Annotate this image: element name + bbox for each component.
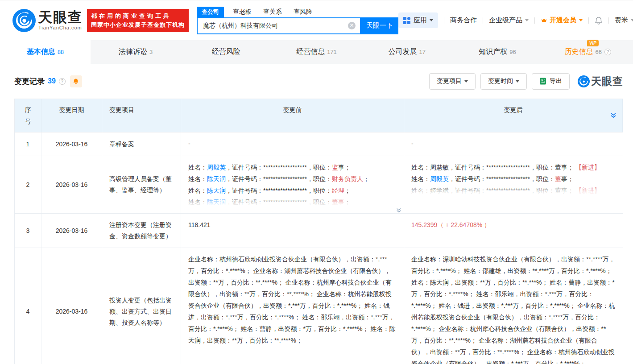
change-entry: - [411, 138, 616, 149]
diff-text: 董 [555, 175, 561, 182]
person-link[interactable]: 陈天润 [207, 175, 226, 182]
change-entry: 118.421 [188, 219, 397, 231]
change-entry: 145.2399（ + 22.64708% ） [411, 219, 616, 231]
change-entry: 姓名：周毅英，证件号码：******************，职位：董事； [411, 173, 616, 185]
content: 变更记录 39 ? 变更项目 变更时间 [0, 64, 633, 364]
expand-row-icon[interactable] [396, 207, 402, 213]
cell-no: 2 [15, 156, 41, 213]
filter-change-item-button[interactable]: 变更项目 [429, 73, 476, 90]
apps-grid-icon [403, 17, 410, 24]
company-tab[interactable]: 公司发展17 [362, 40, 452, 64]
search-button[interactable]: 天眼一下 [361, 17, 398, 34]
column-header: 变更项目 [102, 99, 181, 132]
person-link[interactable]: 陈天润 [207, 187, 226, 194]
text: ； [344, 187, 351, 194]
bell-icon [595, 17, 603, 25]
help-icon[interactable]: ? [604, 49, 611, 55]
tianyancha-logo[interactable]: 天眼查 TianYanCha.com [12, 9, 83, 32]
caret-down-icon [430, 19, 433, 21]
cell-no: 3 [15, 214, 41, 248]
tab-label: 公司发展 [389, 47, 417, 57]
diff-text: 董事 [332, 199, 344, 206]
cell-after: 姓名：周慧敏，证件号码：******************，职位：董事； 【新… [404, 156, 623, 213]
cell-no: 4 [15, 248, 41, 364]
tab-count: 17 [419, 49, 426, 55]
crown-icon [541, 17, 547, 24]
section-count: 39 [48, 77, 56, 85]
change-records-table: 序号变更日期变更项目变更前变更后 12026-03-16章程备案--22026-… [14, 99, 623, 364]
open-vip-link[interactable]: 开通会员 [541, 16, 583, 25]
text: ，证件号码：******************，职位： [226, 175, 332, 182]
search-tab[interactable]: 查关系 [263, 7, 282, 17]
change-entry: 姓名：姬学斌，证件号码：******************，职位：董事； 【新… [411, 185, 616, 196]
company-tab[interactable]: 历史信息66VIP? [542, 40, 633, 64]
nav-enterprise[interactable]: 企业级产品 [489, 16, 529, 25]
tab-count: 3 [149, 49, 153, 55]
company-tab[interactable]: 基本信息88 [0, 40, 91, 64]
cell-no: 1 [15, 132, 41, 156]
divider [483, 17, 483, 24]
change-entry: 企业名称：深圳哈勃科技投资合伙企业（有限合伙），出资额：**.****万，百分比… [411, 253, 616, 364]
company-tab[interactable]: 经营信息171 [271, 40, 362, 64]
table-row: 32026-03-16注册资本变更（注册资金、资金数额等变更）118.42114… [15, 214, 623, 248]
help-icon[interactable]: ? [59, 78, 66, 85]
cell-after: - [404, 132, 623, 156]
company-tab[interactable]: 法律诉讼3 [91, 40, 181, 64]
filter-change-time-label: 变更时间 [488, 77, 513, 85]
watermark-logo: 天眼查 [578, 74, 623, 88]
column-header: 变更前 [181, 99, 404, 132]
filter-change-time-button[interactable]: 变更时间 [480, 73, 527, 90]
excel-icon [539, 78, 546, 85]
notifications-bell[interactable] [595, 17, 603, 25]
search-tab[interactable]: 查老板 [233, 7, 252, 17]
column-header: 变更后 [404, 99, 623, 132]
clear-icon[interactable]: ✕ [348, 22, 356, 29]
person-link[interactable]: 周毅英 [430, 175, 449, 182]
tab-label: 历史信息 [564, 47, 593, 57]
bell-icon [73, 78, 79, 84]
top-header: 天眼查 TianYanCha.com 都在用的商业查询工具 国家中小企业发展子基… [0, 0, 633, 40]
page: 天眼查 TianYanCha.com 都在用的商业查询工具 国家中小企业发展子基… [0, 0, 633, 364]
search-tab[interactable]: 查公司 [197, 7, 224, 17]
user-menu[interactable]: 费米 [615, 16, 633, 25]
subscribe-bell-button[interactable] [70, 75, 82, 87]
apps-menu[interactable]: 应用 [398, 12, 438, 28]
tab-label: 基本信息 [27, 47, 55, 57]
cell-change-item: 注册资本变更（注册资金、资金数额等变更） [102, 214, 181, 248]
table-body: 12026-03-16章程备案--22026-03-16高级管理人员备案（董事、… [15, 132, 623, 364]
person-link[interactable]: 周毅英 [207, 164, 226, 171]
text: 姓名： [188, 187, 207, 194]
divider [608, 17, 609, 24]
text: 118.421 [188, 221, 211, 228]
apps-label: 应用 [414, 16, 427, 25]
filter-change-item-label: 变更项目 [437, 77, 462, 85]
cell-date: 2026-03-16 [41, 132, 102, 156]
collapse-all-icon[interactable] [610, 112, 617, 119]
change-entry: 姓名：周毅英，证件号码：******************，职位：监事； [188, 161, 397, 173]
change-entry: 企业名称：杭州德石欣动创业投资合伙企业（有限合伙），出资额：*.***万，百分比… [188, 253, 397, 346]
vip-badge: VIP [587, 40, 599, 46]
nav-cooperation[interactable]: 商务合作 [450, 16, 477, 25]
person-link[interactable]: 陈天润 [207, 199, 226, 206]
text: 事； [561, 175, 574, 182]
text: ； [344, 199, 351, 206]
export-button[interactable]: 导出 [532, 73, 570, 90]
search-input[interactable] [198, 22, 348, 29]
logo-swirl-icon [578, 75, 590, 87]
cell-before: 企业名称：杭州德石欣动创业投资合伙企业（有限合伙），出资额：*.***万，百分比… [181, 248, 404, 364]
cell-date: 2026-03-16 [41, 214, 102, 248]
slogan-line1: 都在用的商业查询工具 [91, 12, 185, 21]
text: - [188, 140, 190, 147]
export-label: 导出 [550, 77, 562, 85]
cell-after: 企业名称：深圳哈勃科技投资合伙企业（有限合伙），出资额：**.****万，百分比… [404, 248, 623, 364]
company-tabbar: 基本信息88法律诉讼3经营风险经营信息171公司发展17知识产权96历史信息66… [0, 40, 633, 64]
caret-down-icon [464, 80, 468, 83]
company-tab[interactable]: 知识产权96 [452, 40, 543, 64]
logo-swirl-icon [12, 9, 36, 32]
slogan-box: 都在用的商业查询工具 国家中小企业发展子基金旗下机构 [87, 9, 189, 32]
diff-text: 145.2399（ + 22.64708% ） [411, 221, 490, 228]
company-tab[interactable]: 经营风险 [181, 40, 271, 64]
diff-text: 财务负责人 [332, 175, 363, 182]
search-tab[interactable]: 查风险 [294, 7, 312, 17]
column-header: 序号 [15, 99, 41, 132]
